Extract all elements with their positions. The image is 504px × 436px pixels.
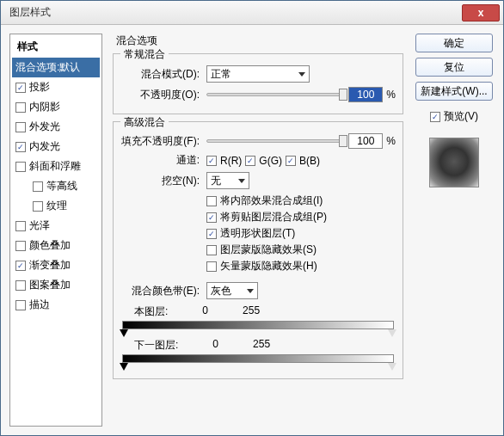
adv-opt-3[interactable]: 图层蒙版隐藏效果(S) (206, 243, 396, 257)
titlebar: 图层样式 x (1, 1, 503, 25)
preview-swatch (429, 138, 479, 187)
opacity-label: 不透明度(O): (120, 88, 203, 102)
styles-header: 样式 (12, 36, 100, 58)
channels-label: 通道: (120, 153, 203, 168)
style-item-8[interactable]: 颜色叠加 (12, 236, 100, 255)
chevron-down-icon (247, 289, 254, 293)
blending-options-item[interactable]: 混合选项:默认 (12, 58, 100, 77)
checkbox-icon: ✓ (15, 142, 26, 152)
band-val-0: 0 (202, 304, 208, 319)
band-val-255: 255 (243, 304, 260, 319)
opt-label: 透明形状图层(T) (220, 226, 295, 241)
channel-r[interactable]: ✓R(R) (206, 155, 242, 167)
style-item-2[interactable]: 外发光 (12, 117, 100, 137)
fill-slider[interactable] (206, 139, 345, 143)
cancel-button[interactable]: 复位 (415, 58, 493, 77)
dialog-body: 样式 混合选项:默认 ✓投影内阴影外发光✓内发光斜面和浮雕等高线纹理光泽颜色叠加… (1, 25, 503, 435)
black-stop-handle[interactable] (120, 363, 128, 371)
checkbox-icon (33, 181, 43, 192)
style-item-11[interactable]: 描边 (12, 295, 100, 315)
opt-label: 图层蒙版隐藏效果(S) (220, 243, 317, 257)
band-val-255: 255 (253, 338, 270, 353)
checkbox-icon (15, 300, 26, 310)
white-stop-handle[interactable] (388, 363, 396, 371)
style-item-label: 内发光 (29, 139, 60, 154)
style-item-label: 光泽 (29, 218, 50, 233)
styles-list: 样式 混合选项:默认 ✓投影内阴影外发光✓内发光斜面和浮雕等高线纹理光泽颜色叠加… (9, 34, 102, 427)
knockout-select[interactable]: 无 (206, 172, 249, 189)
blend-if-label: 混合颜色带(E): (120, 284, 203, 298)
style-item-label: 纹理 (46, 199, 67, 213)
style-item-9[interactable]: ✓渐变叠加 (12, 255, 100, 275)
channel-b[interactable]: ✓B(B) (286, 155, 320, 167)
knockout-label: 挖空(N): (120, 174, 203, 188)
main-panel: 混合选项 常规混合 混合模式(D): 正常 不透明度(O): 100 (109, 34, 407, 427)
checkbox-icon (15, 102, 26, 113)
preview-checkbox[interactable]: ✓ 预览(V) (430, 109, 478, 124)
opacity-thumb[interactable] (339, 89, 347, 101)
style-item-label: 颜色叠加 (29, 238, 71, 253)
style-item-7[interactable]: 光泽 (12, 216, 100, 236)
fill-input[interactable]: 100 (348, 133, 383, 149)
style-item-6[interactable]: 纹理 (12, 196, 100, 216)
fill-thumb[interactable] (339, 135, 347, 147)
channel-g[interactable]: ✓G(G) (245, 155, 282, 167)
this-layer-track[interactable] (122, 321, 394, 329)
blend-if-select[interactable]: 灰色 (206, 282, 258, 299)
style-item-label: 外发光 (29, 120, 60, 134)
black-stop-handle[interactable] (120, 329, 128, 337)
blend-if-value: 灰色 (211, 284, 231, 298)
general-blend-fieldset: 常规混合 混合模式(D): 正常 不透明度(O): 100 % (113, 53, 403, 114)
adv-opt-1[interactable]: ✓将剪贴图层混合成组(P) (206, 210, 396, 224)
checkbox-icon (15, 241, 26, 251)
adv-opt-4[interactable]: 矢量蒙版隐藏效果(H) (206, 259, 396, 273)
advanced-blend-fieldset: 高级混合 填充不透明度(F): 100 % 通道: ✓R(R) ✓G(G) ✓B… (113, 121, 403, 379)
chevron-down-icon (298, 72, 305, 77)
checkbox-icon: ✓ (206, 156, 217, 166)
style-item-3[interactable]: ✓内发光 (12, 137, 100, 157)
general-legend: 常规混合 (120, 47, 169, 62)
close-button[interactable]: x (462, 4, 500, 21)
style-item-label: 渐变叠加 (29, 258, 71, 273)
blend-mode-value: 正常 (211, 67, 231, 82)
style-item-0[interactable]: ✓投影 (12, 77, 100, 97)
style-item-label: 描边 (29, 298, 50, 312)
adv-opt-2[interactable]: ✓透明形状图层(T) (206, 226, 396, 241)
chevron-down-icon (238, 179, 245, 183)
advanced-legend: 高级混合 (120, 115, 169, 130)
style-item-label: 斜面和浮雕 (29, 159, 81, 174)
ok-button[interactable]: 确定 (415, 34, 493, 52)
adv-opt-0[interactable]: 将内部效果混合成组(I) (206, 193, 396, 208)
opacity-input[interactable]: 100 (348, 87, 383, 102)
dialog-window: 图层样式 x 样式 混合选项:默认 ✓投影内阴影外发光✓内发光斜面和浮雕等高线纹… (0, 0, 504, 436)
preview-label: 预览(V) (444, 109, 478, 124)
style-item-5[interactable]: 等高线 (12, 176, 100, 196)
opacity-slider[interactable] (206, 93, 345, 96)
opt-label: 将内部效果混合成组(I) (220, 193, 323, 208)
style-item-10[interactable]: 图案叠加 (12, 275, 100, 295)
under-layer-label: 下一图层: (134, 338, 178, 353)
checkbox-icon: ✓ (245, 156, 255, 166)
checkbox-icon: ✓ (15, 261, 26, 271)
style-item-4[interactable]: 斜面和浮雕 (12, 157, 100, 176)
dialog-title: 图层样式 (4, 5, 462, 20)
this-layer-label: 本图层: (134, 304, 168, 319)
style-item-label: 等高线 (46, 179, 77, 193)
checkbox-icon (206, 261, 217, 272)
new-style-button[interactable]: 新建样式(W)... (415, 82, 493, 101)
under-layer-track[interactable] (122, 354, 394, 363)
checkbox-icon (206, 196, 217, 206)
checkbox-icon: ✓ (206, 212, 217, 223)
checkbox-icon: ✓ (430, 112, 440, 122)
under-layer-band: 下一图层: 0 255 (120, 338, 396, 363)
blend-mode-select[interactable]: 正常 (206, 65, 310, 83)
style-item-label: 图案叠加 (29, 278, 71, 292)
opt-label: 矢量蒙版隐藏效果(H) (220, 259, 317, 273)
checkbox-icon (15, 221, 26, 231)
blend-mode-label: 混合模式(D): (120, 67, 203, 82)
white-stop-handle[interactable] (388, 329, 396, 337)
style-item-1[interactable]: 内阴影 (12, 97, 100, 117)
checkbox-icon (33, 201, 43, 212)
style-item-label: 内阴影 (29, 100, 60, 114)
fill-label: 填充不透明度(F): (120, 134, 203, 149)
